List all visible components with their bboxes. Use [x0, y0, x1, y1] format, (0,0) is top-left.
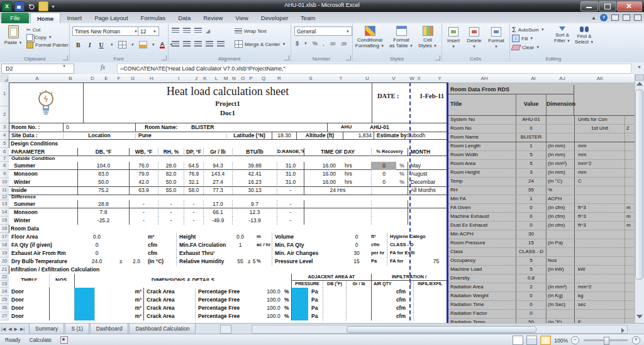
logo-cell[interactable]: [9, 82, 84, 123]
underline-button[interactable]: U: [97, 42, 106, 48]
cell-dp[interactable]: 64.5: [184, 162, 203, 170]
column-header[interactable]: K: [199, 74, 211, 82]
cell-rh[interactable]: 50.0: [158, 178, 184, 186]
decrease-indent-icon[interactable]: [206, 41, 213, 47]
column-header[interactable]: P: [245, 74, 257, 82]
expand-formula-bar-icon[interactable]: ▼: [637, 65, 641, 69]
cell-value1[interactable]: 24.0: [77, 257, 116, 266]
cell-thru[interactable]: Door: [9, 312, 49, 320]
rds-cell-value[interactable]: 0: [516, 204, 546, 212]
cell-pct-value[interactable]: 100.0: [263, 312, 284, 320]
vertical-scroll-thumb[interactable]: [635, 89, 643, 280]
cell-unit3[interactable]: cfm: [371, 241, 387, 249]
insert-worksheet-icon[interactable]: [220, 325, 231, 334]
rds-cell-title[interactable]: Radiation Area: [448, 283, 516, 291]
rds-cell-unit2[interactable]: [625, 257, 635, 265]
cell-month[interactable]: [408, 200, 447, 208]
horizontal-scroll-thumb[interactable]: [347, 326, 536, 333]
cell-dp[interactable]: 58.0: [184, 186, 203, 195]
rds-cell-dimension[interactable]: (In mm²): [546, 283, 574, 291]
comma-style-button[interactable]: ,: [323, 40, 325, 47]
rds-cell-value[interactable]: 0: [516, 222, 546, 230]
row-header[interactable]: 8: [0, 162, 9, 170]
rds-cell-unit2[interactable]: [625, 292, 635, 300]
rds-cell-unit[interactable]: [574, 186, 625, 195]
ribbon-tab[interactable]: Home: [30, 13, 60, 23]
col-pressure[interactable]: PRESSURE: [291, 281, 323, 288]
rds-cell-unit[interactable]: [574, 239, 625, 247]
cut-button[interactable]: ✂Cut: [26, 26, 69, 33]
cell-label4[interactable]: FA for: [387, 257, 426, 266]
cell-input-cyan[interactable]: [74, 304, 94, 312]
sort-filter-button[interactable]: Sort &Filter ▼: [552, 26, 572, 44]
cell-hrs[interactable]: hrs: [345, 162, 371, 170]
cell-month[interactable]: Decembar: [408, 178, 447, 186]
scroll-down-icon[interactable]: [636, 315, 643, 319]
row-header[interactable]: 10: [0, 178, 9, 186]
cell-season[interactable]: Summer: [9, 162, 77, 170]
cell-tol2[interactable]: [252, 241, 257, 249]
col-month[interactable]: MONTH: [408, 148, 447, 156]
rds-cell-value[interactable]: 15: [516, 239, 546, 247]
cell-db[interactable]: 50.0: [77, 178, 129, 186]
cell-dp[interactable]: -: [184, 217, 203, 225]
rds-cell-unit[interactable]: [574, 310, 625, 318]
rds-cell-unit[interactable]: ft^3: [574, 213, 625, 221]
cell-value4[interactable]: [426, 249, 447, 257]
rds-cell-unit2[interactable]: [625, 310, 635, 318]
column-header[interactable]: R: [273, 74, 286, 82]
cell-gr[interactable]: 17.0: [203, 200, 232, 208]
cell-label1[interactable]: Dry Bulb Temperature: [9, 257, 77, 266]
rds-cell-dimension[interactable]: ACPH: [546, 195, 574, 203]
rds-cell-dimension[interactable]: [546, 230, 574, 239]
cell-pct-value[interactable]: 100.0: [263, 288, 284, 296]
clipboard-dialog-launcher-icon[interactable]: [63, 55, 68, 60]
cell-pressure-cyan[interactable]: [291, 304, 308, 312]
cell-value4[interactable]: [426, 241, 447, 249]
rds-cell-value[interactable]: 0: [516, 292, 546, 300]
rds-cell-unit2[interactable]: [625, 133, 635, 142]
cell-pm2[interactable]: [247, 241, 252, 249]
cell-recovery[interactable]: 0: [371, 170, 396, 178]
rds-cell-dimension[interactable]: [546, 274, 574, 283]
cell-recovery-pct[interactable]: %: [396, 170, 408, 178]
design-conditions-heading[interactable]: Design Conditions: [9, 140, 447, 148]
font-size-select[interactable]: 12▼: [138, 26, 159, 36]
rds-cell-title[interactable]: Room Name: [448, 133, 516, 142]
row-header[interactable]: 19: [0, 249, 9, 257]
cell-nos[interactable]: [49, 288, 74, 296]
cell-value2[interactable]: 0.0: [234, 233, 247, 241]
orientation-icon[interactable]: ◢: [206, 28, 210, 34]
cell-db-adj[interactable]: [323, 288, 346, 296]
conditional-formatting-button[interactable]: ConditionalFormatting ▼: [353, 26, 386, 49]
column-header[interactable]: U: [361, 74, 374, 82]
rds-cell-value[interactable]: 5: [516, 266, 546, 274]
row-header[interactable]: 17: [0, 233, 9, 241]
rds-cell-unit2[interactable]: [625, 239, 635, 247]
rds-cell-unit[interactable]: [574, 248, 625, 256]
formula-input[interactable]: =CONCATENATE('Heat Load Calculator V7.0.…: [117, 64, 631, 74]
rds-cell-dimension[interactable]: (In mm²): [546, 160, 574, 168]
rds-cell-unit2[interactable]: m: [625, 204, 635, 212]
latitude-label[interactable]: Latitude (°N): [226, 132, 272, 140]
rds-cell-unit[interactable]: ft^3: [574, 204, 625, 212]
rds-cell-title[interactable]: Occupancy: [448, 257, 516, 265]
cell-unit2[interactable]: m: [257, 233, 272, 241]
format-painter-button[interactable]: Format Painter: [26, 41, 69, 48]
room-name-label[interactable]: Room Name:: [135, 123, 189, 132]
col-nos[interactable]: NOS.: [49, 274, 74, 281]
scroll-right-icon[interactable]: [621, 328, 625, 333]
cell-gr-adj[interactable]: [346, 288, 371, 296]
cell-season[interactable]: Summer: [9, 200, 77, 208]
page-layout-view-icon[interactable]: [526, 336, 537, 345]
cell-thru[interactable]: Door: [9, 288, 49, 296]
cell-gr-adj[interactable]: [346, 304, 371, 312]
delete-cells-button[interactable]: Delete▼: [464, 27, 484, 50]
workbook-restore-icon[interactable]: [623, 14, 630, 21]
rds-cell-dimension[interactable]: (In kW): [546, 266, 574, 274]
ribbon-tab[interactable]: View: [229, 13, 254, 23]
rds-cell-title[interactable]: Machine Load: [448, 266, 516, 274]
rds-cell-title[interactable]: Room Height: [448, 169, 516, 177]
column-header[interactable]: F: [113, 74, 125, 82]
zoom-slider[interactable]: [584, 339, 628, 341]
